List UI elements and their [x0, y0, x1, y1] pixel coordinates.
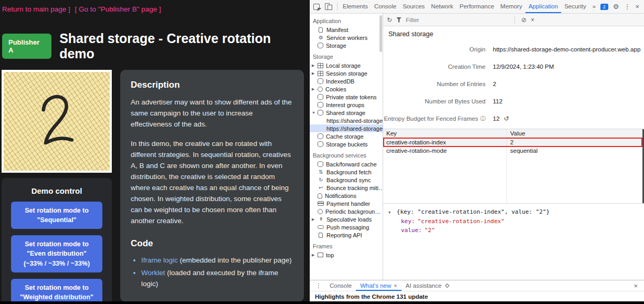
chevron-right-icon[interactable]: ▶	[312, 217, 318, 222]
field-creation-time: Creation Time 12/9/2024, 1:23:40 PM	[383, 58, 644, 75]
field-origin: Origin https://shared-storage-demo-conte…	[383, 40, 644, 58]
info-icon[interactable]: ⓘ	[480, 115, 485, 122]
drawer-tab-whats-new[interactable]: What's new ×	[356, 280, 402, 291]
rotation-even-distribution-button[interactable]: Set rotation mode to "Even distribution"…	[11, 235, 102, 272]
demo-content: Demo control Set rotation mode to "Seque…	[0, 70, 309, 301]
sidebar-item-periodic-background-sync[interactable]: Periodic backgroun…	[310, 207, 383, 215]
preview-prop-key: key:"creative-rotation-index"	[388, 217, 639, 226]
more-tabs-button[interactable]: »	[589, 0, 599, 13]
tab-elements[interactable]: Elements	[340, 0, 371, 13]
device-toolbar-icon[interactable]	[325, 3, 332, 10]
sidebar-item-shared-storage-origin-1[interactable]: https://shared-storage…	[310, 117, 383, 124]
table-icon	[318, 71, 323, 76]
tab-security[interactable]: Security	[561, 0, 589, 13]
return-to-main-link[interactable]: Return to main page ]	[2, 5, 70, 13]
demo-control-heading: Demo control	[11, 186, 102, 195]
tab-console[interactable]: Console	[371, 0, 399, 13]
description-paragraph: An advertiser may want to show different…	[131, 97, 293, 130]
sidebar-item-reporting-api[interactable]: Reporting API	[310, 231, 383, 239]
delete-selected-button[interactable]: ×	[531, 17, 534, 23]
chevron-right-icon[interactable]: ▶	[312, 253, 318, 257]
sidebar-item-local-storage[interactable]: ▶ Local storage	[310, 61, 383, 69]
sidebar-item-background-fetch[interactable]: ⇅ Background fetch	[310, 168, 383, 176]
database-icon	[318, 161, 323, 167]
go-to-publisher-b-link[interactable]: [ Go to "Publisher B" page ]	[75, 5, 161, 13]
sidebar-item-service-workers[interactable]: ⚙ Service workers	[310, 34, 383, 41]
sidebar-item-shared-storage-origin-2[interactable]: https://shared-storage…	[310, 124, 383, 132]
expand-triangle-icon[interactable]: ▼	[388, 211, 390, 215]
inspect-icon[interactable]	[313, 4, 320, 10]
refresh-button[interactable]: ↻	[387, 17, 392, 23]
manifest-icon	[319, 27, 323, 33]
ad-creative-frame[interactable]	[2, 70, 112, 173]
close-drawer-icon[interactable]: ×	[629, 282, 642, 290]
iframe-logic-link[interactable]: Iframe logic	[141, 256, 178, 264]
sidebar-item-cache-storage[interactable]: Cache storage	[310, 132, 383, 140]
sidebar-item-payment-handler[interactable]: Payment handler	[310, 200, 383, 207]
chevron-right-icon[interactable]: ▶	[312, 71, 318, 76]
issues-count-badge[interactable]: 2	[600, 4, 608, 10]
sidebar-item-notifications[interactable]: Notifications	[310, 192, 383, 200]
field-number-of-entries: Number of Entries 2	[383, 75, 644, 92]
chevron-right-icon[interactable]: ▶	[312, 87, 318, 91]
preview-summary-line: ▼ {key: "creative-rotation-index", value…	[388, 207, 639, 217]
sidebar-item-back-forward-cache[interactable]: Back/forward cache	[310, 160, 383, 168]
devtools-drawer-tabbar: ⋮ Console What's new × AI assistance ×	[310, 280, 644, 291]
column-header-key[interactable]: Key	[383, 130, 506, 137]
preview-prop-value: value:"2"	[388, 226, 639, 235]
sidebar-item-push-messaging[interactable]: Push messaging	[310, 223, 383, 231]
whats-new-heading: Highlights from the Chrome 131 update	[315, 293, 428, 300]
clear-all-button[interactable]: ⊘	[521, 17, 526, 23]
sidebar-section-frames: Frames	[310, 239, 383, 251]
table-row-creative-rotation-mode[interactable]: creative-rotation-mode sequential	[383, 146, 644, 155]
left-column: Demo control Set rotation mode to "Seque…	[2, 70, 112, 301]
publisher-a-badge[interactable]: Publisher A	[2, 34, 51, 59]
sidebar-item-indexeddb[interactable]: IndexedDB	[310, 77, 383, 85]
sidebar-item-speculative-loads[interactable]: ▶ ↟ Speculative loads	[310, 215, 383, 223]
bell-icon	[318, 193, 322, 198]
reset-budget-icon[interactable]: ↺	[504, 115, 509, 122]
sidebar-item-storage[interactable]: Storage	[310, 41, 383, 49]
more-options-icon[interactable]: ⋮	[624, 3, 630, 10]
column-header-value[interactable]: Value	[506, 130, 644, 137]
close-devtools-icon[interactable]: ×	[635, 3, 639, 10]
tab-application[interactable]: Application	[525, 0, 561, 13]
sidebar-item-storage-buckets[interactable]: Storage buckets	[310, 140, 383, 148]
drawer-menu-icon[interactable]: ⋮	[312, 282, 325, 289]
table-row-creative-rotation-index[interactable]: creative-rotation-index 2	[383, 138, 644, 146]
shared-storage-panel: ↻ ⊘ × Shared storage Origin https://shar…	[383, 14, 644, 280]
drawer-tab-ai-assistance[interactable]: AI assistance	[402, 280, 453, 291]
tab-memory[interactable]: Memory	[497, 0, 525, 13]
chevron-down-icon[interactable]: ▼	[312, 111, 318, 114]
sidebar-item-background-sync[interactable]: ↻ Background sync	[310, 176, 383, 184]
fetch-arrows-icon: ⇅	[318, 169, 324, 175]
rotation-weighted-distribution-button[interactable]: Set rotation mode to "Weighted distribut…	[11, 279, 102, 301]
sidebar-item-bounce-tracking[interactable]: ↩ Bounce tracking miti…	[310, 184, 383, 192]
settings-gear-icon[interactable]: ⚙	[613, 3, 619, 10]
sidebar-item-manifest[interactable]: Manifest	[310, 26, 383, 34]
tab-sources[interactable]: Sources	[399, 0, 428, 13]
bounce-icon: ↩	[318, 185, 324, 191]
chevron-right-icon[interactable]: ▶	[312, 64, 318, 68]
tab-network[interactable]: Network	[428, 0, 456, 13]
sidebar-item-session-storage[interactable]: ▶ Session storage	[310, 69, 383, 77]
worklet-link[interactable]: Worklet	[141, 269, 165, 277]
devtools-tabbar: Elements Console Sources Network Perform…	[310, 0, 644, 14]
tab-performance[interactable]: Performance	[457, 0, 498, 13]
filter-input[interactable]	[406, 17, 508, 23]
sidebar-item-interest-groups[interactable]: Interest groups	[310, 101, 383, 109]
sidebar-item-private-state-tokens[interactable]: Private state tokens	[310, 93, 383, 101]
sidebar-section-background-services: Background services	[310, 148, 383, 160]
sidebar-item-top-frame[interactable]: ▶ top	[310, 251, 383, 259]
database-icon	[318, 78, 323, 84]
document-icon	[319, 233, 323, 238]
rotation-sequential-button[interactable]: Set rotation mode to "Sequential"	[11, 202, 102, 229]
sidebar-item-shared-storage[interactable]: ▼ Shared storage	[310, 109, 383, 117]
list-item: Worklet (loaded and executed by the ifra…	[141, 268, 293, 290]
whats-new-close-icon[interactable]: ×	[394, 282, 397, 289]
sidebar-scrollbar[interactable]	[379, 15, 382, 52]
sidebar-item-cookies[interactable]: ▶ Cookies	[310, 85, 383, 93]
service-worker-icon: ⚙	[318, 35, 324, 40]
drawer-tab-console[interactable]: Console	[325, 280, 356, 291]
payment-card-icon	[318, 201, 324, 206]
